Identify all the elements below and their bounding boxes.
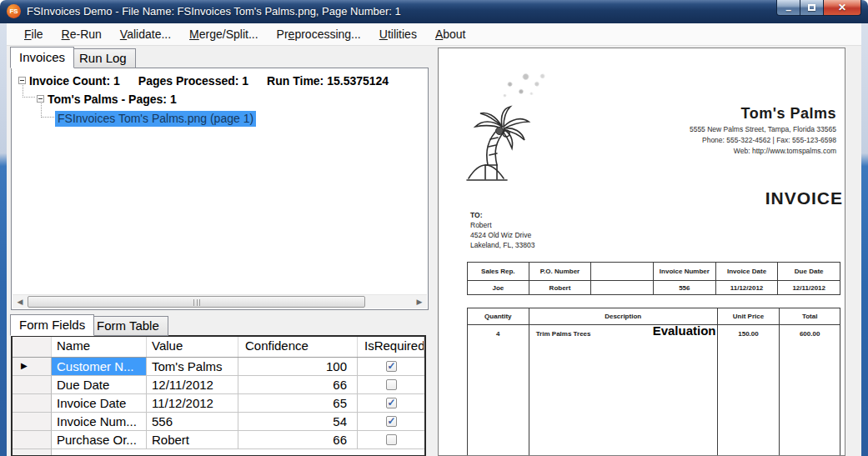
cell-value[interactable]: 12/11/2012 [147, 376, 238, 394]
info-cell-invoice-number: 556 [654, 280, 716, 294]
item-total: 600.00 [780, 324, 840, 456]
table-row[interactable]: ▶ Customer N... Tom's Palms 100 [13, 358, 424, 376]
cell-isrequired[interactable] [358, 358, 424, 376]
column-header-value[interactable]: Value [147, 337, 238, 357]
tab-form-fields[interactable]: Form Fields [10, 314, 94, 336]
collapse-icon[interactable] [18, 77, 26, 84]
items-header-quantity: Quantity [468, 308, 529, 324]
company-name: Tom's Palms [690, 105, 836, 123]
invoice-tree-panel: Invoice Count: 1Pages Processed: 1Run Ti… [11, 68, 429, 310]
app-window: FS FSInvoices Demo - File Name: FSInvoic… [0, 0, 868, 456]
close-button[interactable]: ✕ [824, 0, 861, 16]
tab-run-log[interactable]: Run Log [70, 48, 136, 68]
cell-confidence[interactable]: 100 [238, 358, 358, 376]
grid-header-row: Name Value Confidence IsRequired [13, 337, 424, 358]
close-icon: ✕ [838, 2, 846, 13]
table-row[interactable]: Invoice Date 11/12/2012 65 [13, 394, 424, 413]
item-unit-price: 150.00 [718, 324, 780, 456]
to-city: Lakeland, FL, 33803 [470, 240, 535, 250]
invoice-title: INVOICE [765, 188, 843, 208]
isrequired-checkbox[interactable] [386, 434, 397, 445]
tree-leaf-selected[interactable]: FSInvoices Tom's Palms.png (page 1) [55, 112, 256, 125]
cell-value[interactable]: Tom's Palms [147, 358, 238, 376]
tab-form-table[interactable]: Form Table [88, 316, 168, 336]
invoice-preview[interactable]: Tom's Palms 5555 New Palms Street, Tampa… [438, 48, 845, 456]
isrequired-checkbox[interactable] [386, 361, 397, 372]
scroll-left-icon[interactable]: ◀ [14, 297, 26, 308]
cell-name[interactable]: Purchase Or... [52, 431, 147, 449]
info-header: Sales Rep. [468, 263, 529, 280]
info-cell-due-date: 12/11/2012 [778, 280, 840, 294]
minimize-icon: – [785, 7, 791, 13]
palm-tree-logo-icon [460, 103, 540, 187]
row-header[interactable] [13, 431, 52, 449]
bill-to-block: TO: Robert 4524 Old Wiz Drive Lakeland, … [470, 210, 535, 250]
column-header-confidence[interactable]: Confidence [238, 337, 358, 357]
item-description: Trim Palms Trees Evaluation [529, 324, 718, 456]
company-web: Web: http://www.tomspalms.com [690, 147, 836, 155]
minimize-button[interactable]: – [776, 0, 800, 16]
maximize-button[interactable] [800, 0, 824, 16]
evaluation-watermark: Evaluation [653, 325, 716, 337]
current-row-arrow-icon: ▶ [18, 359, 46, 373]
cell-name[interactable]: Invoice Num... [52, 413, 147, 431]
info-header: Invoice Date [716, 263, 779, 280]
menu-rerun[interactable]: Re-Run [54, 25, 109, 43]
cell-isrequired[interactable] [358, 413, 424, 431]
column-header-name[interactable]: Name [52, 337, 147, 357]
cell-value[interactable]: 11/12/2012 [147, 394, 238, 413]
tree-horizontal-scrollbar[interactable]: ◀ ▶ [13, 294, 427, 308]
cell-confidence[interactable]: 66 [238, 431, 358, 449]
collapse-icon[interactable] [37, 95, 44, 103]
isrequired-checkbox[interactable] [386, 416, 397, 427]
info-header: Invoice Number [654, 263, 716, 280]
row-header[interactable]: ▶ [13, 358, 52, 376]
scroll-right-icon[interactable]: ▶ [414, 297, 425, 308]
column-header-isrequired[interactable]: IsRequired [358, 337, 424, 357]
menu-bar: File Re-Run Validate... Merge/Split... P… [7, 23, 861, 46]
scrollbar-grip-icon [193, 299, 200, 306]
cell-value[interactable]: Robert [147, 431, 238, 449]
cell-isrequired[interactable] [358, 394, 424, 413]
menu-file[interactable]: File [17, 25, 51, 43]
cell-confidence[interactable]: 66 [238, 376, 358, 394]
info-cell-blank [591, 280, 654, 294]
cell-isrequired[interactable] [358, 376, 424, 394]
to-name: Robert [470, 220, 535, 230]
main-content: Invoices Run Log Invoice Count: 1Pages P… [7, 46, 861, 456]
row-header[interactable] [13, 376, 52, 394]
items-header-description: Description [529, 308, 718, 324]
cell-value[interactable]: 556 [147, 413, 238, 431]
cell-name[interactable]: Invoice Date [52, 394, 147, 413]
isrequired-checkbox[interactable] [386, 379, 397, 390]
menu-merge-split[interactable]: Merge/Split... [182, 25, 266, 43]
cell-confidence[interactable]: 65 [238, 394, 358, 413]
table-row[interactable]: Purchase Or... Robert 66 [13, 431, 424, 449]
window-border-right [861, 23, 868, 456]
table-row[interactable]: Due Date 12/11/2012 66 [13, 376, 424, 394]
form-fields-grid: Name Value Confidence IsRequired ▶ Custo… [11, 335, 426, 456]
cell-isrequired[interactable] [358, 431, 424, 449]
grid-corner-cell [13, 337, 52, 357]
tree-root-node[interactable]: Invoice Count: 1Pages Processed: 1Run Ti… [18, 74, 407, 88]
menu-preprocessing[interactable]: Preprocessing... [269, 25, 369, 43]
info-cell-sales-rep: Joe [468, 280, 529, 294]
table-row[interactable]: Invoice Num... 556 54 [13, 413, 424, 431]
menu-about[interactable]: About [428, 25, 474, 43]
items-header-total: Total [780, 308, 840, 324]
scrollbar-thumb[interactable] [28, 296, 365, 308]
titlebar[interactable]: FS FSInvoices Demo - File Name: FSInvoic… [0, 0, 868, 23]
tab-invoices[interactable]: Invoices [10, 47, 74, 68]
cell-confidence[interactable]: 54 [238, 413, 358, 431]
menu-utilities[interactable]: Utilities [372, 25, 424, 43]
item-quantity: 4 [468, 324, 529, 456]
cell-name[interactable]: Due Date [52, 376, 147, 394]
info-cell-invoice-date: 11/12/2012 [716, 280, 779, 294]
isrequired-checkbox[interactable] [386, 398, 397, 408]
row-header[interactable] [13, 394, 52, 413]
window-title: FSInvoices Demo - File Name: FSInvoices … [27, 5, 401, 18]
info-header: P.O. Number [529, 263, 592, 280]
row-header[interactable] [13, 413, 52, 431]
cell-name[interactable]: Customer N... [52, 358, 147, 376]
menu-validate[interactable]: Validate... [113, 25, 178, 43]
